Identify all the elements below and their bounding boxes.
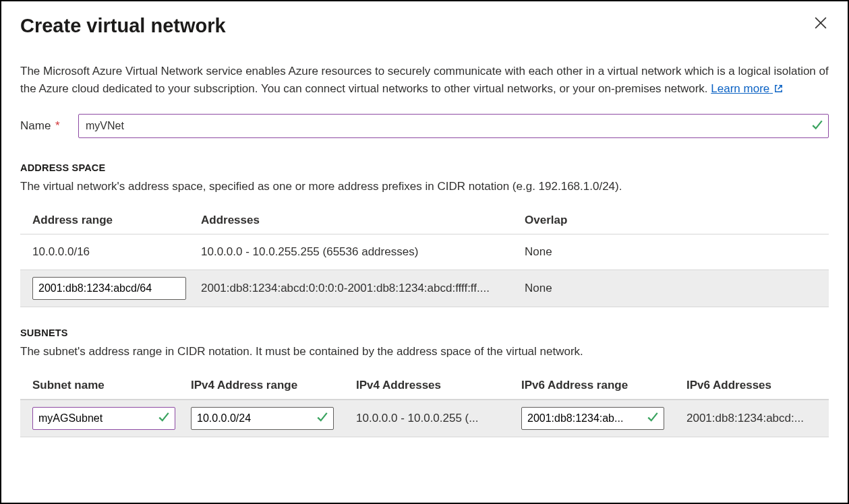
address-range-cell [32, 277, 201, 300]
page-title: Create virtual network [20, 15, 829, 37]
col-ipv4-range: IPv4 Address range [191, 379, 356, 392]
address-space-heading: ADDRESS SPACE [20, 162, 829, 173]
intro-paragraph: The Microsoft Azure Virtual Network serv… [20, 63, 829, 99]
subnet-ipv4-range-cell [191, 407, 334, 430]
subnet-ipv4-addresses: 10.0.0.0 - 10.0.0.255 (... [356, 412, 521, 425]
required-indicator: * [55, 119, 60, 132]
col-ipv6-addresses: IPv6 Addresses [686, 379, 821, 392]
address-space-row: 10.0.0.0/16 10.0.0.0 - 10.0.255.255 (655… [20, 234, 829, 270]
subnet-ipv6-range-input[interactable] [521, 407, 664, 430]
col-overlap: Overlap [525, 214, 821, 227]
svg-line-2 [778, 86, 782, 90]
col-ipv4-addresses: IPv4 Addresses [356, 379, 521, 392]
address-space-description: The virtual network's address space, spe… [20, 180, 829, 193]
addresses-value: 10.0.0.0 - 10.0.255.255 (65536 addresses… [201, 245, 525, 259]
close-icon [815, 17, 827, 32]
learn-more-label: Learn more [711, 82, 769, 95]
subnets-heading: SUBNETS [20, 327, 829, 338]
external-link-icon [774, 81, 783, 98]
subnet-ipv6-addresses: 2001:db8:1234:abcd:... [686, 412, 821, 425]
subnet-ipv4-range-input[interactable] [191, 407, 334, 430]
address-range-input[interactable] [32, 277, 186, 300]
address-range-value: 10.0.0.0/16 [32, 245, 201, 259]
learn-more-link[interactable]: Learn more [711, 82, 783, 95]
address-space-row: 2001:db8:1234:abcd:0:0:0:0-2001:db8:1234… [20, 270, 829, 307]
addresses-value: 2001:db8:1234:abcd:0:0:0:0-2001:db8:1234… [201, 282, 525, 295]
col-ipv6-range: IPv6 Address range [521, 379, 686, 392]
create-vnet-panel: Create virtual network The Microsoft Azu… [1, 1, 848, 503]
overlap-value: None [525, 282, 821, 295]
name-label-text: Name [20, 119, 51, 132]
name-input-wrap [78, 114, 829, 138]
address-space-table: Address range Addresses Overlap 10.0.0.0… [20, 207, 829, 307]
subnets-header-row: Subnet name IPv4 Address range IPv4 Addr… [20, 372, 829, 400]
subnets-table: Subnet name IPv4 Address range IPv4 Addr… [20, 372, 829, 437]
intro-text: The Microsoft Azure Virtual Network serv… [20, 65, 829, 95]
subnet-ipv6-range-cell [521, 407, 664, 430]
name-field-row: Name * [20, 114, 829, 138]
subnet-row: 10.0.0.0 - 10.0.0.255 (... 2001:db8:1234… [20, 400, 829, 437]
name-label: Name * [20, 119, 69, 133]
subnet-name-input[interactable] [32, 407, 175, 430]
overlap-value: None [525, 245, 821, 259]
close-button[interactable] [811, 15, 830, 34]
vnet-name-input[interactable] [78, 114, 829, 138]
subnet-name-cell [32, 407, 175, 430]
subnets-description: The subnet's address range in CIDR notat… [20, 345, 829, 358]
col-addresses: Addresses [201, 214, 525, 227]
address-space-header-row: Address range Addresses Overlap [20, 207, 829, 234]
col-subnet-name: Subnet name [32, 379, 191, 392]
col-address-range: Address range [32, 214, 201, 227]
